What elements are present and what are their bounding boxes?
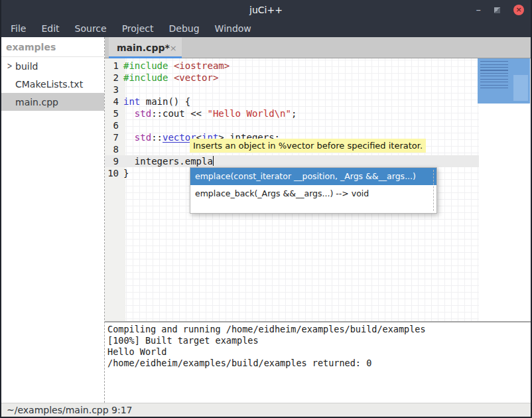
autocomplete-item[interactable]: emplace_back(_Args &&__args...) --> void <box>190 185 436 202</box>
file-label: main.cpp <box>15 97 58 107</box>
code-line-5: 5 std::cout << "Hello World\n"; <box>105 107 479 119</box>
file-label: CMakeLists.txt <box>15 79 83 90</box>
code-text: #include <vector> <box>122 72 218 83</box>
code-segment: main() { <box>140 96 190 107</box>
close-icon[interactable]: × <box>513 5 524 15</box>
code-segment: ::cout << <box>151 108 207 119</box>
code-line-1: 1#include <iostream> <box>105 60 479 72</box>
terminal-line: Hello World <box>107 346 531 358</box>
code-editor[interactable]: 1#include <iostream>2#include <vector>34… <box>105 58 531 321</box>
file-tree-sidebar: examples >buildCMakeLists.txtmain.cpp <box>1 37 105 403</box>
minimize-icon[interactable]: – <box>476 7 482 13</box>
menu-item-window[interactable]: Window <box>212 22 254 35</box>
file-tree: >buildCMakeLists.txtmain.cpp <box>1 57 104 111</box>
app-window: juCi++ – × FileEditSourceProjectDebugWin… <box>0 0 532 418</box>
code-segment: } <box>123 168 129 178</box>
tab-close-icon[interactable]: × <box>170 43 177 53</box>
editor-column: main.cpp* × 1#include <iostream>2#includ… <box>105 37 531 403</box>
doc-tooltip: Inserts an object in %vector before spec… <box>190 139 426 153</box>
code-segment: <iostream> <box>174 60 230 71</box>
code-segment: int <box>123 96 140 107</box>
autocomplete-scrollbar[interactable] <box>433 170 434 211</box>
terminal-line: [100%] Built target examples <box>107 335 531 346</box>
title-bar[interactable]: juCi++ – × <box>1 0 531 20</box>
menu-item-project[interactable]: Project <box>119 22 157 35</box>
menu-item-debug[interactable]: Debug <box>166 22 202 35</box>
minimap[interactable] <box>478 58 530 104</box>
code-segment: std <box>135 108 151 119</box>
status-file-position: ~/examples/main.cpp 9:17 <box>7 405 133 415</box>
code-line-9: 9 integers.empla <box>105 155 479 167</box>
code-segment: #include <box>123 60 168 71</box>
restore-icon[interactable] <box>494 7 500 13</box>
line-number: 1 <box>105 60 122 71</box>
code-line-3: 3 <box>105 84 479 96</box>
code-segment <box>123 132 135 143</box>
menu-item-source[interactable]: Source <box>72 22 109 35</box>
build-output-terminal[interactable]: Compiling and running /home/eidheim/exam… <box>105 322 531 403</box>
code-segment: integers.empla <box>123 156 213 167</box>
terminal-line: Compiling and running /home/eidheim/exam… <box>107 324 531 335</box>
minimap-viewport[interactable] <box>513 75 528 101</box>
code-text: int main() { <box>122 96 190 107</box>
text-cursor <box>213 156 214 166</box>
status-bar: ~/examples/main.cpp 9:17 <box>1 403 531 417</box>
code-segment: ; <box>291 108 297 119</box>
code-lines: 1#include <iostream>2#include <vector>34… <box>105 58 531 179</box>
menu-bar: FileEditSourceProjectDebugWindow <box>1 20 531 37</box>
line-number: 8 <box>105 144 122 155</box>
autocomplete-popup: emplace(const_iterator __position, _Args… <box>190 167 437 214</box>
minimap-code-preview <box>480 61 508 90</box>
line-number: 7 <box>105 132 122 143</box>
line-number: 2 <box>105 72 122 83</box>
code-text: integers.empla <box>122 156 214 167</box>
window-title: juCi++ <box>249 5 283 15</box>
line-number: 4 <box>105 96 122 107</box>
line-number: 9 <box>105 156 122 167</box>
code-text: #include <iostream> <box>122 60 230 71</box>
line-number: 6 <box>105 120 122 131</box>
code-segment <box>168 72 173 83</box>
code-segment: <vector> <box>174 72 218 83</box>
line-number: 3 <box>105 84 122 95</box>
sidebar-item-main-cpp[interactable]: main.cpp <box>1 93 104 111</box>
menu-item-file[interactable]: File <box>8 22 29 35</box>
code-segment <box>123 108 135 119</box>
code-line-4: 4int main() { <box>105 96 479 107</box>
tab-label: main.cpp* <box>109 42 170 53</box>
tab-bar: main.cpp* × <box>105 37 531 58</box>
terminal-line: /home/eidheim/examples/build/examples re… <box>107 358 531 369</box>
project-name-label: examples <box>1 37 104 56</box>
code-segment: std <box>135 132 151 143</box>
code-line-2: 2#include <vector> <box>105 72 479 84</box>
autocomplete-item[interactable]: emplace(const_iterator __position, _Args… <box>190 168 436 185</box>
line-number: 10 <box>105 168 122 178</box>
code-segment: :: <box>151 132 163 143</box>
code-segment: "Hello World\n" <box>207 108 291 119</box>
window-controls: – × <box>476 0 525 20</box>
code-segment: #include <box>123 72 168 83</box>
code-text: std::cout << "Hello World\n"; <box>122 108 297 119</box>
line-number: 5 <box>105 108 122 119</box>
code-text: } <box>122 168 129 178</box>
main-area: examples >buildCMakeLists.txtmain.cpp ma… <box>1 37 531 403</box>
code-segment <box>168 60 173 71</box>
tab-main-cpp[interactable]: main.cpp* × <box>109 37 182 58</box>
sidebar-item-cmakelists-txt[interactable]: CMakeLists.txt <box>1 75 104 93</box>
chevron-right-icon[interactable]: > <box>7 61 14 71</box>
sidebar-item-build[interactable]: >build <box>1 57 104 75</box>
file-label: build <box>15 61 38 72</box>
menu-item-edit[interactable]: Edit <box>38 22 62 35</box>
code-line-6: 6 <box>105 119 479 131</box>
